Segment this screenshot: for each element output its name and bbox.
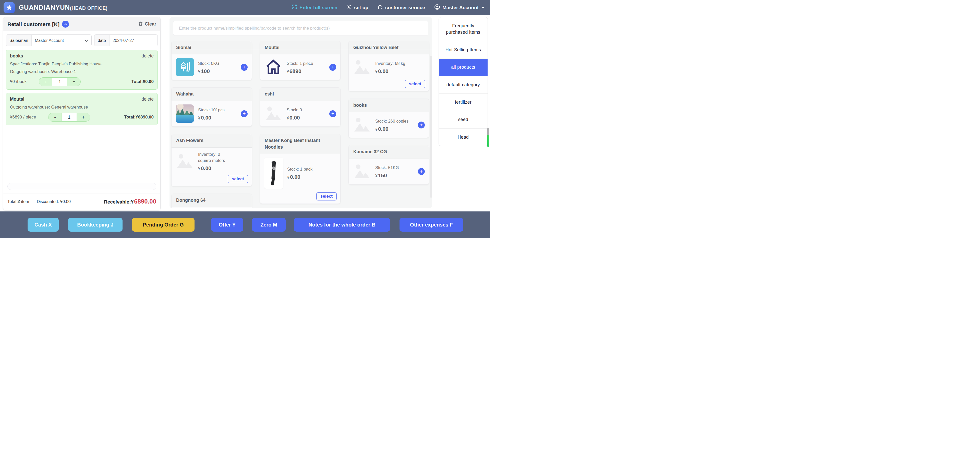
receivable-label: Receivable:¥ [104,199,134,205]
product-card-dongnong-64[interactable]: Dongnong 64 [171,194,252,208]
sidebar-item-hot-selling[interactable]: Hot Selling Items [439,41,488,59]
product-name: Master Kong Beef Instant Noodles [260,134,340,154]
account-menu[interactable]: Master Account [434,4,485,11]
product-card-kamame-32-cg[interactable]: Kamame 32 CG Stock: 51KG ¥ [348,145,429,185]
enter-fullscreen-button[interactable]: Enter full screen [291,4,337,11]
delete-item-button[interactable]: delete [142,97,154,102]
cart-item-price: ¥6890 / piece [10,115,36,120]
product-body: Stock: 101pcs ¥ 0.00 + [172,101,252,126]
product-card-moutai[interactable]: Moutai Stock: 1 piece ¥ 6 [260,41,340,80]
offer-button[interactable]: Offer Y [211,218,243,232]
add-product-button[interactable]: + [418,121,425,129]
cart-item-books[interactable]: books delete Specifications: Tianjin Peo… [6,50,158,90]
product-card-books[interactable]: books Stock: 260 copies ¥ [348,99,429,138]
product-price: ¥ 100 [198,68,219,74]
topbar-actions: Enter full screen set up customer servic… [291,4,485,11]
fullscreen-icon [291,4,297,11]
product-column-2: Moutai Stock: 1 piece ¥ 6 [260,41,340,208]
other-expenses-button[interactable]: Other expenses F [399,218,463,232]
currency-symbol: ¥ [198,70,200,74]
price-amount: 0.00 [290,174,301,180]
sidebar-item-all-products[interactable]: all products [439,59,488,76]
product-body: Stock: 51KG ¥ 150 + [349,159,429,185]
siomai-logo-icon [176,58,194,76]
product-info: Stock: 0KG ¥ 100 [198,60,219,74]
qty-plus-button[interactable]: + [77,113,90,121]
image-placeholder-icon [353,162,371,181]
product-grid: Siomai [170,41,432,208]
chevron-down-icon [482,6,485,8]
product-price: ¥ 0.00 [375,126,409,132]
qty-minus-button[interactable]: - [48,113,62,121]
cart-item-total: Total:¥0.00 [131,79,154,84]
product-card-ash-flowers[interactable]: Ash Flowers Inventory: 0 square meters ¥ [171,134,252,186]
add-product-button[interactable]: + [241,64,248,71]
cart-item-warehouse: Outgoing warehouse: Warehouse 1 [10,69,154,74]
product-card-guizhou-yellow-beef[interactable]: Guizhou Yellow Beef Inventory: 68 kg ¥ [348,41,429,91]
page-scrollbar-thumb[interactable] [487,128,489,147]
product-card-master-kong[interactable]: Master Kong Beef Instant Noodles [260,134,340,204]
product-card-wahaha[interactable]: Wahaha [171,88,252,127]
sidebar-item-frequently-purchased[interactable]: Frequently purchased items [439,18,488,41]
products-scrollbar[interactable] [430,56,432,197]
date-field[interactable]: 2024-07-27 [110,35,158,46]
cart-item-moutai[interactable]: Moutai delete Outgoing warehouse: Genera… [6,93,158,125]
product-card-cshi[interactable]: cshi Stock: 0 ¥ 0.00 [260,88,340,127]
product-search-input[interactable] [173,21,428,36]
select-product-button[interactable]: select [405,80,425,88]
add-product-button[interactable]: + [241,110,248,117]
product-column-3: Guizhou Yellow Beef Inventory: 68 kg ¥ [348,41,429,208]
product-stock: Stock: 101pcs [198,107,224,113]
qty-minus-button[interactable]: - [39,78,52,86]
select-product-button[interactable]: select [316,192,337,201]
account-label: Master Account [442,5,479,11]
add-product-button[interactable]: + [329,110,336,117]
product-card-siomai[interactable]: Siomai [171,41,252,80]
sidebar-item-head[interactable]: Head [439,129,488,146]
qty-input[interactable] [62,113,77,121]
cart-summary: Total 2 item Discounted: ¥0.00 Receivabl… [3,194,160,210]
whole-order-notes-button[interactable]: Notes for the whole order B [294,218,390,232]
product-photo [176,104,194,123]
moutai-house-logo-icon [264,58,283,76]
clear-cart-button[interactable]: Clear [138,21,156,27]
product-price: ¥ 0.00 [287,115,302,121]
delete-item-button[interactable]: delete [142,53,154,59]
price-amount: 100 [201,68,210,74]
product-name: Wahaha [172,88,252,101]
category-sidebar: Frequently purchased items Hot Selling I… [439,17,488,146]
salesman-select[interactable]: Master Account [32,35,91,46]
date-group: date 2024-07-27 [94,35,158,46]
image-placeholder-icon [176,152,194,170]
currency-symbol: ¥ [287,175,290,180]
product-info: Stock: 51KG ¥ 150 [375,164,399,178]
sidebar-item-fertilizer[interactable]: fertilizer [439,94,488,111]
customer-service-button[interactable]: customer service [377,4,425,11]
sidebar-item-seed[interactable]: seed [439,111,488,129]
qty-input[interactable] [52,78,67,86]
cart-item-foot: ¥6890 / piece - + Total:¥6890.00 [10,113,154,121]
setup-button[interactable]: set up [347,4,368,11]
empty-row-placeholder [7,183,156,190]
select-product-button[interactable]: select [228,175,248,183]
price-amount: 6890 [290,68,301,74]
product-name: Moutai [260,41,340,54]
main-area: Retail customers [K] Clear Sal [0,15,490,212]
total-label: Total [7,199,16,204]
pending-order-button[interactable]: Pending Order G [132,218,194,232]
product-info: Stock: 1 piece ¥ 6890 [287,60,313,74]
sidebar-item-default-category[interactable]: default category [439,76,488,94]
bookkeeping-button[interactable]: Bookkeeping J [68,218,123,232]
customer-arrow-button[interactable] [62,21,69,27]
zero-button[interactable]: Zero M [252,218,286,232]
add-product-button[interactable]: + [329,64,336,71]
total-count: Total 2 item [7,199,29,204]
product-stock: Inventory: 68 kg [375,60,405,67]
add-product-button[interactable]: + [418,168,425,175]
bottombar: Cash X Bookkeeping J Pending Order G Off… [0,212,490,238]
cash-button[interactable]: Cash X [27,218,59,232]
cart-item-name: books [10,53,23,59]
chevron-down-icon [84,38,88,43]
product-body: Stock: 1 piece ¥ 6890 + [260,54,340,80]
qty-plus-button[interactable]: + [67,78,80,86]
